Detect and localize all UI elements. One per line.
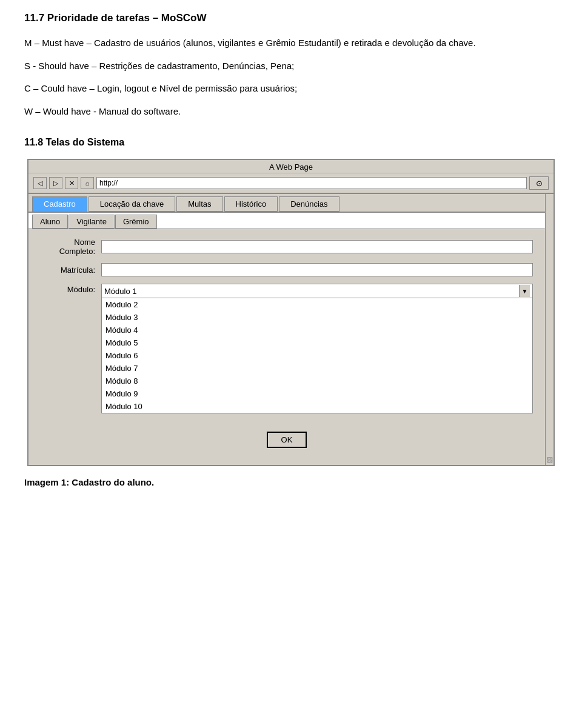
go-button[interactable]: ⊙ bbox=[529, 176, 549, 190]
modulo-option-6[interactable]: Módulo 6 bbox=[102, 349, 532, 362]
matricula-input[interactable] bbox=[101, 263, 533, 276]
browser-toolbar: ◁ ▷ ✕ ⌂ ⊙ bbox=[28, 173, 554, 194]
tab-aluno[interactable]: Aluno bbox=[32, 215, 68, 229]
ok-button[interactable]: OK bbox=[267, 432, 307, 448]
tab-historico[interactable]: Histórico bbox=[224, 196, 278, 212]
ok-btn-row: OK bbox=[41, 421, 533, 456]
nome-input[interactable] bbox=[101, 240, 533, 253]
modulo-select-header[interactable]: Módulo 1 ▼ bbox=[101, 284, 533, 298]
nome-label: Nome Completo: bbox=[41, 238, 101, 256]
browser-body: Cadastro Locação da chave Multas Históri… bbox=[28, 194, 554, 465]
tab-multas[interactable]: Multas bbox=[176, 196, 222, 212]
image-caption: Imagem 1: Cadastro do aluno. bbox=[24, 477, 558, 487]
tab-gremio[interactable]: Grêmio bbox=[115, 215, 157, 229]
tab-cadastro[interactable]: Cadastro bbox=[32, 196, 87, 212]
home-icon: ⌂ bbox=[85, 179, 90, 187]
modulo-option-7[interactable]: Módulo 7 bbox=[102, 362, 532, 375]
matricula-row: Matrícula: bbox=[41, 263, 533, 276]
sub-nav-tabs: Aluno Vigilante Grêmio bbox=[28, 213, 545, 229]
modulo-list: Módulo 2 Módulo 3 Módulo 4 Módulo 5 Módu… bbox=[101, 298, 533, 413]
tab-vigilante[interactable]: Vigilante bbox=[69, 215, 115, 229]
modulo-row: Módulo: Módulo 1 ▼ Módulo 2 Módulo 3 Mód… bbox=[41, 284, 533, 413]
stop-button[interactable]: ✕ bbox=[65, 177, 78, 189]
modulo-option-8[interactable]: Módulo 8 bbox=[102, 375, 532, 387]
modulo-label: Módulo: bbox=[41, 284, 101, 294]
modulo-option-5[interactable]: Módulo 5 bbox=[102, 336, 532, 349]
forward-button[interactable]: ▷ bbox=[49, 177, 62, 189]
browser-main: Cadastro Locação da chave Multas Históri… bbox=[28, 194, 545, 465]
paragraph-m: M – Must have – Cadastro de usuários (al… bbox=[24, 35, 558, 51]
section-title: 11.7 Prioridade de tarefas – MoSCoW bbox=[24, 12, 558, 24]
go-icon: ⊙ bbox=[536, 179, 543, 188]
scrollbar-indicator: ▨ bbox=[546, 455, 553, 464]
tab-denuncias[interactable]: Denúncias bbox=[279, 196, 339, 212]
modulo-option-3[interactable]: Módulo 3 bbox=[102, 311, 532, 324]
back-button[interactable]: ◁ bbox=[33, 177, 47, 189]
paragraph-w: W – Would have - Manual do software. bbox=[24, 104, 558, 119]
stop-icon: ✕ bbox=[69, 179, 75, 187]
modulo-option-2[interactable]: Módulo 2 bbox=[102, 298, 532, 311]
matricula-label: Matrícula: bbox=[41, 265, 101, 275]
address-bar[interactable] bbox=[96, 177, 527, 189]
browser-titlebar: A Web Page bbox=[28, 160, 554, 173]
modulo-option-9[interactable]: Módulo 9 bbox=[102, 387, 532, 400]
paragraph-s: S - Should have – Restrições de cadastra… bbox=[24, 58, 558, 74]
form-area: Nome Completo: Matrícula: Módulo: Módulo… bbox=[28, 229, 545, 465]
tab-locacao[interactable]: Locação da chave bbox=[89, 196, 176, 212]
modulo-selected-value: Módulo 1 bbox=[104, 287, 519, 296]
home-button[interactable]: ⌂ bbox=[81, 177, 94, 189]
paragraph-c: C – Could have – Login, logout e Nível d… bbox=[24, 81, 558, 96]
back-icon: ◁ bbox=[38, 179, 42, 187]
scrollbar[interactable]: ▨ bbox=[545, 194, 554, 465]
browser-mockup: A Web Page ◁ ▷ ✕ ⌂ ⊙ Cadastro Locação da… bbox=[27, 159, 555, 466]
forward-icon: ▷ bbox=[53, 179, 58, 187]
dropdown-arrow-icon: ▼ bbox=[519, 285, 530, 297]
modulo-option-4[interactable]: Módulo 4 bbox=[102, 324, 532, 336]
nome-row: Nome Completo: bbox=[41, 238, 533, 256]
main-nav-tabs: Cadastro Locação da chave Multas Históri… bbox=[28, 194, 545, 213]
modulo-select-wrapper: Módulo 1 ▼ Módulo 2 Módulo 3 Módulo 4 Mó… bbox=[101, 284, 533, 413]
modulo-option-10[interactable]: Módulo 10 bbox=[102, 400, 532, 413]
subsection-title: 11.8 Telas do Sistema bbox=[24, 137, 558, 148]
